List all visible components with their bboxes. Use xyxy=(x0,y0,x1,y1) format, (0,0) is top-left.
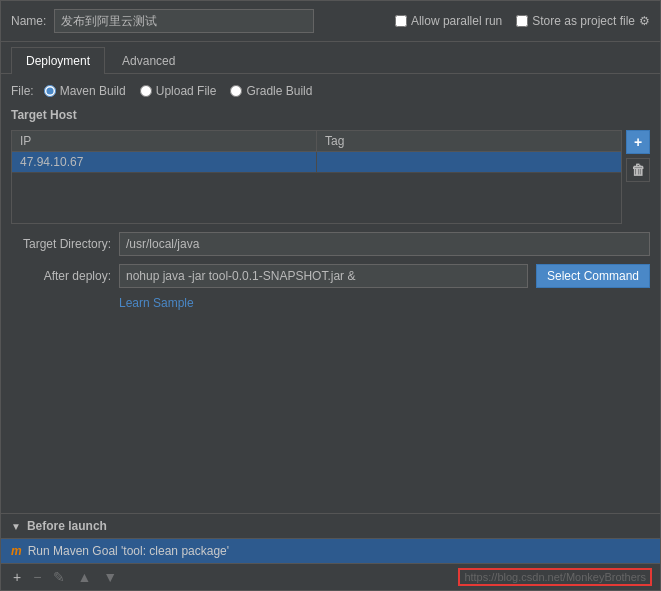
remove-host-button[interactable]: 🗑 xyxy=(626,158,650,182)
tab-deployment[interactable]: Deployment xyxy=(11,47,105,74)
target-directory-input[interactable] xyxy=(119,232,650,256)
edit-button[interactable]: ✎ xyxy=(49,568,69,586)
radio-gradle-item: Gradle Build xyxy=(230,84,312,98)
cell-ip: 47.94.10.67 xyxy=(12,152,317,172)
watermark-url: https://blog.csdn.net/MonkeyBrothers xyxy=(458,568,652,586)
radio-maven[interactable] xyxy=(44,85,56,97)
host-table-empty xyxy=(12,173,621,223)
maven-icon: m xyxy=(11,544,22,558)
add-host-button[interactable]: + xyxy=(626,130,650,154)
move-up-button[interactable]: ▲ xyxy=(73,568,95,586)
move-down-button[interactable]: ▼ xyxy=(99,568,121,586)
learn-sample-row: Learn Sample xyxy=(11,296,650,310)
before-launch-triangle: ▼ xyxy=(11,521,21,532)
radio-upload-label: Upload File xyxy=(156,84,217,98)
file-row: File: Maven Build Upload File Gradle Bui… xyxy=(11,84,650,98)
name-label: Name: xyxy=(11,14,46,28)
target-directory-label: Target Directory: xyxy=(11,237,111,251)
radio-upload-item: Upload File xyxy=(140,84,217,98)
radio-gradle-label: Gradle Build xyxy=(246,84,312,98)
radio-maven-item: Maven Build xyxy=(44,84,126,98)
content-spacer xyxy=(11,318,650,503)
allow-parallel-label: Allow parallel run xyxy=(411,14,502,28)
checkboxes-right: Allow parallel run Store as project file… xyxy=(395,14,650,28)
radio-upload[interactable] xyxy=(140,85,152,97)
host-table-wrapper: IP Tag 47.94.10.67 + 🗑 xyxy=(11,130,650,224)
run-configuration-dialog: Name: Allow parallel run Store as projec… xyxy=(0,0,661,591)
main-content: File: Maven Build Upload File Gradle Bui… xyxy=(1,74,660,513)
allow-parallel-checkbox-item: Allow parallel run xyxy=(395,14,502,28)
radio-maven-label: Maven Build xyxy=(60,84,126,98)
col-tag: Tag xyxy=(317,131,621,151)
col-ip: IP xyxy=(12,131,317,151)
after-deploy-row: After deploy: Select Command xyxy=(11,264,650,288)
after-deploy-input[interactable] xyxy=(119,264,528,288)
learn-sample-link[interactable]: Learn Sample xyxy=(119,296,194,310)
allow-parallel-checkbox[interactable] xyxy=(395,15,407,27)
name-input[interactable] xyxy=(54,9,314,33)
tab-advanced[interactable]: Advanced xyxy=(107,47,190,74)
store-project-checkbox-item: Store as project file ⚙ xyxy=(516,14,650,28)
tabs-bar: Deployment Advanced xyxy=(1,42,660,74)
target-host-label: Target Host xyxy=(11,108,650,122)
before-launch-section: ▼ Before launch m Run Maven Goal 'tool: … xyxy=(1,513,660,563)
before-launch-title: Before launch xyxy=(27,519,107,533)
maven-task-text: Run Maven Goal 'tool: clean package' xyxy=(28,544,229,558)
store-project-label: Store as project file xyxy=(532,14,635,28)
host-buttons: + 🗑 xyxy=(626,130,650,224)
table-row[interactable]: 47.94.10.67 xyxy=(12,152,621,173)
name-row: Name: Allow parallel run Store as projec… xyxy=(1,1,660,42)
cell-tag xyxy=(317,152,621,172)
add-button[interactable]: + xyxy=(9,568,25,586)
before-launch-content: m Run Maven Goal 'tool: clean package' xyxy=(1,538,660,563)
host-table-header: IP Tag xyxy=(12,131,621,152)
store-project-checkbox[interactable] xyxy=(516,15,528,27)
radio-gradle[interactable] xyxy=(230,85,242,97)
bottom-toolbar: + − ✎ ▲ ▼ https://blog.csdn.net/MonkeyBr… xyxy=(1,563,660,590)
file-radio-group: Maven Build Upload File Gradle Build xyxy=(44,84,313,98)
target-directory-row: Target Directory: xyxy=(11,232,650,256)
after-deploy-label: After deploy: xyxy=(11,269,111,283)
maven-row[interactable]: m Run Maven Goal 'tool: clean package' xyxy=(1,539,660,563)
before-launch-header[interactable]: ▼ Before launch xyxy=(1,514,660,538)
file-label: File: xyxy=(11,84,34,98)
remove-button[interactable]: − xyxy=(29,568,45,586)
host-table: IP Tag 47.94.10.67 xyxy=(11,130,622,224)
select-command-button[interactable]: Select Command xyxy=(536,264,650,288)
store-info-icon[interactable]: ⚙ xyxy=(639,14,650,28)
